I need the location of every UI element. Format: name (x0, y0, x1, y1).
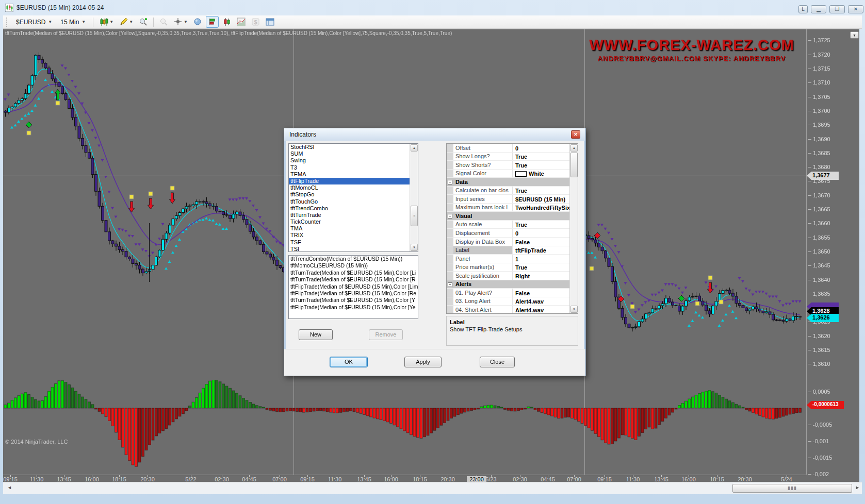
price-axis[interactable]: ▼ 1,37251,37201,37151,37101,37051,37001,… (806, 29, 859, 475)
property-category-row[interactable]: −Alerts (447, 280, 578, 289)
collapse-toggle[interactable]: − (447, 280, 453, 289)
indicator-list-item[interactable]: tftTrendCombo (289, 205, 418, 212)
indicator-list-item[interactable]: tftTurnTrade (289, 212, 418, 219)
property-value[interactable]: 0 (513, 229, 578, 237)
chart-trader-button[interactable] (206, 16, 219, 28)
property-row[interactable]: LabeltftFlipTrade (447, 246, 578, 255)
scroll-up-icon[interactable]: ▲ (411, 144, 418, 152)
property-row[interactable]: Show Longs?True (447, 153, 578, 161)
indicator-list-item[interactable]: T3 (289, 164, 418, 171)
property-value[interactable]: False (513, 238, 578, 246)
property-row[interactable]: Displacement0 (447, 229, 578, 238)
property-value[interactable]: Right (513, 272, 578, 280)
property-value[interactable]: True (513, 221, 578, 229)
property-row[interactable]: Auto scaleTrue (447, 221, 578, 229)
property-value[interactable]: True (513, 187, 578, 195)
title-bar[interactable]: $EURUSD (15 Min) 2014-05-24 L ▁ ❐ ✕ (0, 0, 865, 15)
scroll-up-icon[interactable]: ▲ (570, 144, 578, 152)
property-row[interactable]: 01. Play Alert?False (447, 289, 578, 297)
indicator-list-item[interactable]: tftMomoCL (289, 184, 418, 191)
configured-indicator-item[interactable]: tftTurnTrade(Median of $EURUSD (15 Min),… (289, 270, 418, 276)
scrollbar-thumb[interactable]: ▮▮▮ (732, 484, 852, 493)
scroll-left-arrow-icon[interactable]: ◄ (7, 485, 12, 490)
property-row[interactable]: Input series$EURUSD (15 Min) (447, 195, 578, 204)
collapse-minus-icon[interactable]: − (448, 282, 452, 287)
property-value[interactable]: White (513, 170, 578, 178)
new-button[interactable]: New (299, 329, 333, 340)
collapse-minus-icon[interactable]: − (448, 180, 452, 184)
property-value[interactable]: True (513, 161, 578, 169)
property-row[interactable]: Display in Data BoxFalse (447, 238, 578, 246)
close-button[interactable]: ✕ (848, 5, 863, 13)
property-value[interactable]: Alert4.wav (513, 306, 578, 314)
configured-indicator-item[interactable]: tftTurnTrade(Median of $EURUSD (15 Min),… (289, 276, 418, 283)
scroll-right-arrow-icon[interactable]: ► (855, 485, 860, 490)
property-category-row[interactable]: −Data (447, 178, 578, 187)
dialog-close-button[interactable]: ✕ (571, 130, 580, 139)
property-row[interactable]: Offset0 (447, 144, 578, 153)
property-value[interactable]: 0 (513, 144, 578, 152)
indicator-list-item[interactable]: TRIX (289, 232, 418, 239)
property-value[interactable]: tftFlipTrade (513, 246, 578, 255)
property-category-row[interactable]: −Visual (447, 212, 578, 221)
property-row[interactable]: 04. Short AlertAlert4.wav (447, 306, 578, 314)
property-value[interactable]: Alert4.wav (513, 297, 578, 306)
scrollbar-thumb[interactable] (570, 153, 578, 177)
drawing-tools-button[interactable]: ▼ (117, 16, 135, 28)
scroll-down-icon[interactable]: ▼ (570, 306, 578, 313)
indicator-list-item[interactable]: TickCounter (289, 219, 418, 225)
zoom-in-button[interactable] (137, 16, 150, 28)
indicator-list-item[interactable]: TSI (289, 246, 418, 252)
property-row[interactable]: Scale justificationRight (447, 272, 578, 280)
property-row[interactable]: Maximum bars look lTwoHundredFiftySix (447, 204, 578, 212)
properties-button[interactable] (264, 16, 276, 28)
indicator-list-item[interactable]: tftFlipTrade (289, 178, 418, 184)
link-button[interactable]: L (798, 5, 808, 13)
collapse-toggle[interactable]: − (447, 178, 453, 186)
chart-style-button[interactable]: ▼ (97, 16, 116, 28)
configured-indicator-item[interactable]: tftFlipTrade(Median of $EURUSD (15 Min),… (289, 283, 418, 290)
toolbar-grip[interactable] (6, 18, 9, 27)
minimize-button[interactable]: ▁ (811, 5, 826, 13)
crosshair-button[interactable]: ▼ (172, 16, 190, 28)
indicator-histogram-canvas[interactable] (3, 380, 806, 475)
property-row[interactable]: Panel1 (447, 255, 578, 263)
zoom-out-button[interactable] (157, 16, 170, 28)
indicator-list-item[interactable]: SUM (289, 150, 418, 157)
indicator-list-item[interactable]: tftStopGo (289, 191, 418, 198)
axis-dropdown-button[interactable]: ▼ (850, 31, 859, 39)
bars-panel-button[interactable] (220, 16, 233, 28)
indicator-list-item[interactable]: Swing (289, 157, 418, 164)
maximize-button[interactable]: ❐ (829, 5, 845, 13)
property-row[interactable]: Price marker(s)True (447, 263, 578, 272)
indicator-list-item[interactable]: TMA (289, 225, 418, 232)
configured-indicator-item[interactable]: tftMomoCL($EURUSD (15 Min)) (289, 262, 418, 269)
property-value[interactable]: 1 (513, 255, 578, 263)
account-button[interactable]: $ (249, 16, 262, 28)
interval-select[interactable]: 15 Min▼ (57, 18, 89, 27)
ok-button[interactable]: OK (330, 357, 368, 367)
scrollbar-thumb[interactable]: ≡ (411, 206, 418, 226)
remove-button[interactable]: Remove (369, 329, 403, 340)
indicator-list-item[interactable]: TSF (289, 239, 418, 246)
property-row[interactable]: Signal ColorWhite (447, 170, 578, 178)
collapse-minus-icon[interactable]: − (448, 214, 452, 219)
configured-indicator-item[interactable]: tftFlipTrade(Median of $EURUSD (15 Min),… (289, 290, 418, 297)
indicator-list-item[interactable]: StochRSI (289, 144, 418, 150)
collapse-toggle[interactable]: − (447, 212, 453, 220)
data-box-button[interactable] (191, 16, 204, 28)
property-row[interactable]: Calculate on bar closTrue (447, 187, 578, 195)
configured-indicator-item[interactable]: tftTrendCombo(Median of $EURUSD (15 Min)… (289, 256, 418, 262)
instrument-select[interactable]: $EURUSD▼ (13, 18, 55, 27)
property-row[interactable]: Show Shorts?True (447, 161, 578, 170)
indicator-list-item[interactable]: tftTouchGo (289, 198, 418, 205)
list-scrollbar[interactable]: ▲ ≡ ▼ (410, 144, 418, 251)
configured-indicator-item[interactable]: tftTurnTrade(Median of $EURUSD (15 Min),… (289, 297, 418, 304)
property-value[interactable]: True (513, 263, 578, 272)
apply-button[interactable]: Apply (404, 357, 442, 367)
configured-indicators-list[interactable]: tftTrendCombo(Median of $EURUSD (15 Min)… (288, 255, 418, 319)
time-axis[interactable]: 09:1511:3013:4516:0018:1520:305/2202:300… (3, 475, 806, 482)
area-chart-button[interactable] (235, 16, 248, 28)
indicator-list-item[interactable]: TEMA (289, 171, 418, 178)
property-value[interactable]: $EURUSD (15 Min) (513, 195, 578, 203)
